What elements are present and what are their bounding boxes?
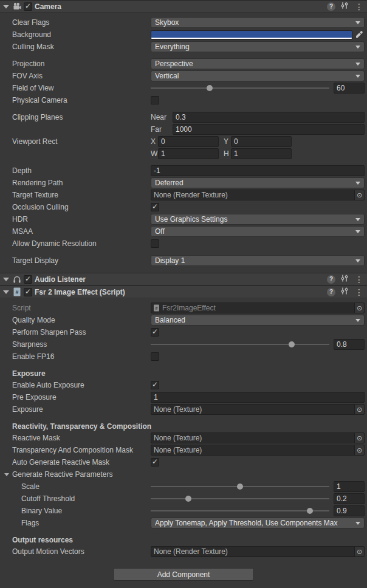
allow-dynamic-resolution-checkbox[interactable] (151, 239, 159, 248)
slider-handle[interactable] (237, 484, 243, 490)
object-picker-icon[interactable]: ⊙ (354, 303, 364, 313)
binary-value-slider[interactable] (151, 505, 329, 516)
clear-flags-dropdown[interactable]: Skybox (151, 17, 365, 28)
far-clip-input[interactable]: 1000 (173, 124, 365, 135)
chevron-down-icon (355, 319, 360, 322)
object-picker-icon[interactable]: ⊙ (354, 405, 364, 414)
sharpness-input[interactable]: 0.8 (334, 339, 365, 350)
property-label: Output Motion Vectors (0, 547, 151, 556)
camera-component-body: Clear Flags Skybox Background Culling Ma… (0, 13, 367, 273)
property-row: MSAA Off (0, 226, 365, 237)
culling-mask-dropdown[interactable]: Everything (151, 41, 365, 52)
output-motion-vectors-object-field[interactable]: None (Render Texture) ⊙ (151, 546, 365, 557)
script-object-field[interactable]: # Fsr2ImageEffect ⊙ (151, 303, 365, 313)
projection-dropdown[interactable]: Perspective (151, 58, 365, 69)
chevron-down-icon (355, 63, 360, 66)
near-clip-input[interactable]: 0.3 (173, 112, 365, 123)
foldout-open-icon (4, 473, 9, 476)
property-row: FOV Axis Vertical (0, 70, 365, 81)
quality-mode-dropdown[interactable]: Balanced (151, 315, 365, 326)
camera-component-header: Camera ? ⋮ (0, 0, 367, 13)
object-picker-icon[interactable]: ⊙ (354, 433, 364, 443)
property-label: Pre Exposure (0, 393, 151, 402)
more-menu-icon[interactable]: ⋮ (354, 288, 365, 296)
camera-enabled-checkbox[interactable] (24, 2, 32, 11)
cutoff-threshold-slider[interactable] (151, 493, 329, 504)
chevron-down-icon (355, 21, 360, 24)
slider-handle[interactable] (185, 496, 191, 502)
slider-track[interactable] (151, 498, 329, 499)
generate-reactive-parameters-foldout[interactable]: Generate Reactive Parameters (0, 470, 151, 479)
background-color-field[interactable] (151, 30, 352, 39)
chevron-down-icon (355, 522, 360, 525)
occlusion-culling-checkbox[interactable] (151, 203, 159, 211)
property-label: HDR (0, 215, 151, 224)
rendering-path-dropdown[interactable]: Deferred (151, 177, 365, 188)
property-label: Allow Dynamic Resolution (0, 239, 151, 248)
foldout-open-icon[interactable] (3, 5, 9, 9)
scale-input[interactable]: 1 (334, 481, 365, 492)
viewport-w-input[interactable]: 1 (158, 148, 219, 159)
property-label: Auto Generate Reactive Mask (0, 458, 151, 467)
foldout-open-icon[interactable] (3, 290, 9, 294)
svg-text:#: # (156, 306, 158, 310)
presets-icon[interactable] (340, 274, 349, 284)
target-display-dropdown[interactable]: Display 1 (151, 255, 365, 266)
object-picker-icon[interactable]: ⊙ (354, 547, 364, 556)
fov-axis-dropdown[interactable]: Vertical (151, 70, 365, 81)
slider-track[interactable] (151, 510, 329, 511)
transparency-mask-object-field[interactable]: None (Texture) ⊙ (151, 445, 365, 456)
viewport-x-input[interactable]: 0 (158, 136, 219, 147)
field-of-view-input[interactable]: 60 (334, 83, 365, 94)
perform-sharpen-pass-checkbox[interactable] (151, 328, 159, 337)
presets-icon[interactable] (340, 1, 349, 12)
depth-input[interactable]: -1 (151, 165, 365, 176)
field-of-view-slider[interactable] (151, 83, 329, 94)
fsr2-enabled-checkbox[interactable] (24, 288, 32, 296)
eyedropper-icon[interactable] (354, 30, 365, 39)
sharpness-slider[interactable] (151, 339, 329, 350)
help-icon[interactable]: ? (327, 2, 335, 11)
enable-fp16-checkbox[interactable] (151, 352, 159, 361)
pre-exposure-input[interactable]: 1 (151, 392, 365, 403)
slider-handle[interactable] (289, 341, 295, 347)
property-label: Clear Flags (0, 18, 151, 27)
add-component-button[interactable]: Add Component (113, 568, 254, 581)
physical-camera-checkbox[interactable] (151, 96, 159, 104)
slider-handle[interactable] (307, 508, 313, 514)
help-icon[interactable]: ? (327, 288, 335, 296)
scale-slider[interactable] (151, 481, 329, 492)
flags-dropdown[interactable]: Apply Tonemap, Apply Threshold, Use Comp… (151, 518, 365, 528)
slider-handle[interactable] (207, 85, 213, 91)
hdr-dropdown[interactable]: Use Graphics Settings (151, 214, 365, 225)
audio-listener-enabled-checkbox[interactable] (24, 275, 32, 284)
viewport-h-input[interactable]: 1 (231, 148, 292, 159)
foldout-open-icon[interactable] (3, 278, 9, 281)
property-label: Background (0, 30, 151, 39)
property-row: Allow Dynamic Resolution (0, 238, 365, 249)
property-row: Generate Reactive Parameters (0, 469, 365, 480)
section-header-exposure: Exposure (0, 369, 367, 378)
object-picker-icon[interactable]: ⊙ (354, 445, 364, 455)
help-icon[interactable]: ? (327, 275, 335, 284)
audio-listener-component-header: Audio Listener ? ⋮ (0, 273, 367, 285)
presets-icon[interactable] (340, 287, 349, 297)
property-label: Target Texture (0, 191, 151, 199)
auto-generate-reactive-mask-checkbox[interactable] (151, 458, 159, 467)
more-menu-icon[interactable]: ⋮ (354, 275, 365, 284)
enable-auto-exposure-checkbox[interactable] (151, 381, 159, 389)
slider-track[interactable] (151, 87, 329, 89)
property-label: Sharpness (0, 340, 151, 349)
binary-value-input[interactable]: 0.9 (334, 505, 365, 516)
msaa-dropdown[interactable]: Off (151, 226, 365, 237)
target-texture-object-field[interactable]: None (Render Texture) ⊙ (151, 190, 365, 200)
more-menu-icon[interactable]: ⋮ (354, 2, 365, 11)
section-header-output: Output resources (0, 535, 367, 545)
property-row: Enable Auto Exposure (0, 380, 365, 391)
object-picker-icon[interactable]: ⊙ (354, 190, 364, 200)
cutoff-threshold-input[interactable]: 0.2 (334, 493, 365, 504)
exposure-object-field[interactable]: None (Texture) ⊙ (151, 404, 365, 415)
viewport-y-input[interactable]: 0 (231, 136, 292, 147)
reactive-mask-object-field[interactable]: None (Texture) ⊙ (151, 432, 365, 443)
slider-track[interactable] (151, 344, 329, 345)
